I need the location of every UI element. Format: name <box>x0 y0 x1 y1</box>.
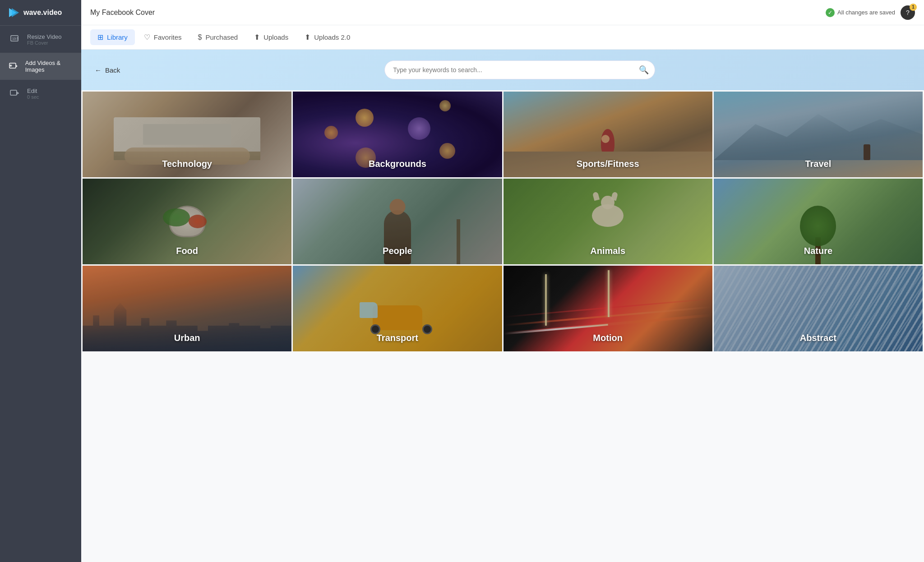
upload-icon: ⬆ <box>254 33 260 41</box>
add-videos-title: Add Videos & Images <box>25 60 74 73</box>
category-label-food: Food <box>83 246 291 256</box>
category-label-technology: Technology <box>83 159 291 169</box>
category-label-urban: Urban <box>83 333 291 343</box>
logo-area: wave.video <box>0 0 81 26</box>
grid-icon: ⊞ <box>97 33 103 41</box>
category-label-sports: Sports/Fitness <box>504 159 712 169</box>
search-box: 🔍 <box>384 60 655 79</box>
resize-sub: FB Cover <box>27 40 61 46</box>
tab-library-label: Library <box>107 33 128 41</box>
content-area: ← Back 🔍 <box>81 50 924 562</box>
category-card-technology[interactable]: Technology <box>83 92 291 177</box>
search-header: ← Back 🔍 <box>81 50 924 90</box>
tab-purchased[interactable]: $ Purchased <box>191 30 245 45</box>
back-arrow-icon: ← <box>95 66 102 74</box>
svg-text:13:5: 13:5 <box>12 37 18 40</box>
tab-favorites[interactable]: ♡ Favorites <box>137 29 189 45</box>
upload2-icon: ⬆ <box>305 33 310 41</box>
sidebar: wave.video 13:5 Resize Video FB Cover Ad… <box>0 0 81 562</box>
category-label-animals: Animals <box>504 246 712 256</box>
tab-favorites-label: Favorites <box>154 33 182 41</box>
category-card-food[interactable]: Food <box>83 179 291 264</box>
save-status-text: All changes are saved <box>837 9 895 16</box>
resize-title: Resize Video <box>27 33 61 40</box>
tab-library[interactable]: ⊞ Library <box>90 29 135 45</box>
category-card-backgrounds[interactable]: Backgrounds <box>293 92 502 177</box>
tab-uploads2[interactable]: ⬆ Uploads 2.0 <box>297 29 357 45</box>
category-label-travel: Travel <box>714 159 923 169</box>
category-label-people: People <box>293 246 502 256</box>
svg-rect-7 <box>10 90 17 95</box>
category-card-abstract[interactable]: Abstract <box>714 266 923 351</box>
help-icon: ? <box>906 9 910 16</box>
tab-purchased-label: Purchased <box>205 33 238 41</box>
category-label-transport: Transport <box>293 333 502 343</box>
edit-icon <box>7 86 22 101</box>
wave-video-logo <box>7 6 20 19</box>
back-label: Back <box>105 66 120 74</box>
main-content: ✓ All changes are saved ? 1 ⊞ Library ♡ … <box>81 0 924 562</box>
category-card-motion[interactable]: Motion <box>504 266 712 351</box>
add-videos-icon <box>7 59 20 74</box>
category-label-abstract: Abstract <box>714 333 923 343</box>
sidebar-item-add-videos[interactable]: Add Videos & Images <box>0 53 81 80</box>
back-button[interactable]: ← Back <box>95 66 120 74</box>
tab-uploads-label: Uploads <box>263 33 288 41</box>
help-button[interactable]: ? 1 <box>901 5 915 20</box>
save-check-icon: ✓ <box>826 8 835 17</box>
category-card-travel[interactable]: Travel <box>714 92 923 177</box>
edit-sub: 0 sec <box>27 94 39 100</box>
sidebar-item-resize[interactable]: 13:5 Resize Video FB Cover <box>0 26 81 53</box>
tab-uploads2-label: Uploads 2.0 <box>314 33 350 41</box>
dollar-icon: $ <box>198 33 202 41</box>
heart-icon: ♡ <box>144 33 150 41</box>
category-card-transport[interactable]: Transport <box>293 266 502 351</box>
category-card-animals[interactable]: Animals <box>504 179 712 264</box>
logo-text: wave.video <box>23 9 62 17</box>
category-card-nature[interactable]: Nature <box>714 179 923 264</box>
edit-title: Edit <box>27 88 39 94</box>
category-card-sports[interactable]: Sports/Fitness <box>504 92 712 177</box>
notification-badge: 1 <box>910 4 917 11</box>
category-label-motion: Motion <box>504 333 712 343</box>
tab-uploads[interactable]: ⬆ Uploads <box>247 29 296 45</box>
category-grid: Technology Backgrounds <box>81 90 924 353</box>
topbar: ✓ All changes are saved ? 1 <box>81 0 924 25</box>
resize-icon: 13:5 <box>7 32 22 46</box>
category-card-people[interactable]: People <box>293 179 502 264</box>
category-label-nature: Nature <box>714 246 923 256</box>
tabs-bar: ⊞ Library ♡ Favorites $ Purchased ⬆ Uplo… <box>81 25 924 50</box>
search-icon[interactable]: 🔍 <box>639 65 649 75</box>
search-input[interactable] <box>384 60 655 79</box>
category-card-urban[interactable]: Urban <box>83 266 291 351</box>
svg-marker-1 <box>12 8 19 17</box>
sidebar-item-edit[interactable]: Edit 0 sec <box>0 80 81 107</box>
category-label-backgrounds: Backgrounds <box>293 159 502 169</box>
save-status: ✓ All changes are saved <box>826 8 895 17</box>
project-title-input[interactable] <box>90 9 820 17</box>
